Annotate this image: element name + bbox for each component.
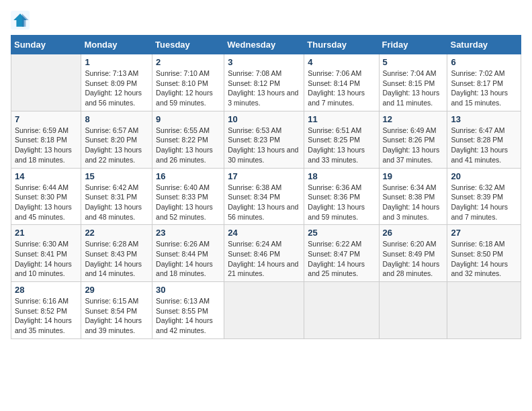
day-number: 27 <box>451 228 517 238</box>
day-info: Sunrise: 6:38 AMSunset: 8:34 PMDaylight:… <box>228 183 300 222</box>
day-cell <box>304 282 379 339</box>
day-number: 22 <box>85 228 148 238</box>
day-number: 14 <box>15 171 77 181</box>
day-cell: 29Sunrise: 6:15 AMSunset: 8:54 PMDayligh… <box>81 282 152 339</box>
day-info: Sunrise: 6:20 AMSunset: 8:49 PMDaylight:… <box>383 239 444 279</box>
weekday-monday: Monday <box>81 36 152 54</box>
day-number: 2 <box>156 57 220 67</box>
day-number: 10 <box>228 114 300 124</box>
day-cell: 6Sunrise: 7:02 AMSunset: 8:17 PMDaylight… <box>447 54 521 111</box>
day-number: 8 <box>85 114 148 124</box>
day-info: Sunrise: 6:51 AMSunset: 8:25 PMDaylight:… <box>308 126 375 165</box>
day-cell: 13Sunrise: 6:47 AMSunset: 8:28 PMDayligh… <box>447 111 521 168</box>
day-number: 13 <box>451 114 517 124</box>
day-info: Sunrise: 7:10 AMSunset: 8:10 PMDaylight:… <box>156 68 220 108</box>
day-info: Sunrise: 7:13 AMSunset: 8:09 PMDaylight:… <box>85 68 148 108</box>
day-cell: 10Sunrise: 6:53 AMSunset: 8:23 PMDayligh… <box>224 111 304 168</box>
weekday-friday: Friday <box>379 36 447 54</box>
calendar-body: 1Sunrise: 7:13 AMSunset: 8:09 PMDaylight… <box>11 54 521 339</box>
day-number: 26 <box>383 228 444 238</box>
day-info: Sunrise: 6:59 AMSunset: 8:18 PMDaylight:… <box>15 126 77 165</box>
day-info: Sunrise: 7:02 AMSunset: 8:17 PMDaylight:… <box>451 68 517 108</box>
logo <box>11 11 32 30</box>
day-info: Sunrise: 6:28 AMSunset: 8:43 PMDaylight:… <box>85 239 148 279</box>
day-info: Sunrise: 6:49 AMSunset: 8:26 PMDaylight:… <box>383 126 444 165</box>
day-cell: 25Sunrise: 6:22 AMSunset: 8:47 PMDayligh… <box>304 225 379 282</box>
day-info: Sunrise: 6:30 AMSunset: 8:41 PMDaylight:… <box>15 239 77 279</box>
day-info: Sunrise: 6:18 AMSunset: 8:50 PMDaylight:… <box>451 239 517 279</box>
day-info: Sunrise: 6:24 AMSunset: 8:46 PMDaylight:… <box>228 239 300 279</box>
day-info: Sunrise: 6:57 AMSunset: 8:20 PMDaylight:… <box>85 126 148 165</box>
weekday-tuesday: Tuesday <box>152 36 224 54</box>
day-cell: 22Sunrise: 6:28 AMSunset: 8:43 PMDayligh… <box>81 225 152 282</box>
day-info: Sunrise: 7:04 AMSunset: 8:15 PMDaylight:… <box>383 68 444 108</box>
day-info: Sunrise: 6:34 AMSunset: 8:38 PMDaylight:… <box>383 183 444 222</box>
day-info: Sunrise: 6:26 AMSunset: 8:44 PMDaylight:… <box>156 239 220 279</box>
day-number: 28 <box>15 285 77 295</box>
day-cell: 14Sunrise: 6:44 AMSunset: 8:30 PMDayligh… <box>11 168 81 225</box>
weekday-saturday: Saturday <box>447 36 521 54</box>
header <box>11 11 521 30</box>
day-number: 6 <box>451 57 517 67</box>
day-cell: 11Sunrise: 6:51 AMSunset: 8:25 PMDayligh… <box>304 111 379 168</box>
day-cell: 21Sunrise: 6:30 AMSunset: 8:41 PMDayligh… <box>11 225 81 282</box>
day-number: 20 <box>451 171 517 181</box>
day-cell: 7Sunrise: 6:59 AMSunset: 8:18 PMDaylight… <box>11 111 81 168</box>
weekday-thursday: Thursday <box>304 36 379 54</box>
day-number: 29 <box>85 285 148 295</box>
day-info: Sunrise: 6:32 AMSunset: 8:39 PMDaylight:… <box>451 183 517 222</box>
day-cell <box>224 282 304 339</box>
day-cell: 23Sunrise: 6:26 AMSunset: 8:44 PMDayligh… <box>152 225 224 282</box>
day-info: Sunrise: 6:55 AMSunset: 8:22 PMDaylight:… <box>156 126 220 165</box>
day-number: 4 <box>308 57 375 67</box>
day-number: 17 <box>228 171 300 181</box>
weekday-wednesday: Wednesday <box>224 36 304 54</box>
day-cell: 20Sunrise: 6:32 AMSunset: 8:39 PMDayligh… <box>447 168 521 225</box>
calendar-header: SundayMondayTuesdayWednesdayThursdayFrid… <box>11 36 521 54</box>
day-info: Sunrise: 6:16 AMSunset: 8:52 PMDaylight:… <box>15 296 77 336</box>
day-number: 16 <box>156 171 220 181</box>
day-cell: 28Sunrise: 6:16 AMSunset: 8:52 PMDayligh… <box>11 282 81 339</box>
day-cell: 12Sunrise: 6:49 AMSunset: 8:26 PMDayligh… <box>379 111 447 168</box>
weekday-sunday: Sunday <box>11 36 81 54</box>
day-number: 15 <box>85 171 148 181</box>
day-info: Sunrise: 6:40 AMSunset: 8:33 PMDaylight:… <box>156 183 220 222</box>
day-cell: 27Sunrise: 6:18 AMSunset: 8:50 PMDayligh… <box>447 225 521 282</box>
day-cell: 24Sunrise: 6:24 AMSunset: 8:46 PMDayligh… <box>224 225 304 282</box>
day-info: Sunrise: 6:22 AMSunset: 8:47 PMDaylight:… <box>308 239 375 279</box>
day-number: 23 <box>156 228 220 238</box>
day-number: 5 <box>383 57 444 67</box>
day-cell: 17Sunrise: 6:38 AMSunset: 8:34 PMDayligh… <box>224 168 304 225</box>
day-info: Sunrise: 6:44 AMSunset: 8:30 PMDaylight:… <box>15 183 77 222</box>
day-number: 24 <box>228 228 300 238</box>
day-cell: 19Sunrise: 6:34 AMSunset: 8:38 PMDayligh… <box>379 168 447 225</box>
day-info: Sunrise: 6:15 AMSunset: 8:54 PMDaylight:… <box>85 296 148 336</box>
day-cell: 15Sunrise: 6:42 AMSunset: 8:31 PMDayligh… <box>81 168 152 225</box>
day-cell <box>379 282 447 339</box>
day-number: 21 <box>15 228 77 238</box>
week-row-5: 28Sunrise: 6:16 AMSunset: 8:52 PMDayligh… <box>11 282 521 339</box>
day-cell <box>11 54 81 111</box>
day-cell: 18Sunrise: 6:36 AMSunset: 8:36 PMDayligh… <box>304 168 379 225</box>
week-row-3: 14Sunrise: 6:44 AMSunset: 8:30 PMDayligh… <box>11 168 521 225</box>
logo-icon <box>11 11 30 30</box>
day-cell: 4Sunrise: 7:06 AMSunset: 8:14 PMDaylight… <box>304 54 379 111</box>
day-number: 7 <box>15 114 77 124</box>
day-info: Sunrise: 6:36 AMSunset: 8:36 PMDaylight:… <box>308 183 375 222</box>
day-cell: 16Sunrise: 6:40 AMSunset: 8:33 PMDayligh… <box>152 168 224 225</box>
calendar-table: SundayMondayTuesdayWednesdayThursdayFrid… <box>11 35 521 339</box>
day-info: Sunrise: 6:53 AMSunset: 8:23 PMDaylight:… <box>228 126 300 165</box>
day-number: 25 <box>308 228 375 238</box>
day-cell: 26Sunrise: 6:20 AMSunset: 8:49 PMDayligh… <box>379 225 447 282</box>
day-cell: 5Sunrise: 7:04 AMSunset: 8:15 PMDaylight… <box>379 54 447 111</box>
day-number: 12 <box>383 114 444 124</box>
day-info: Sunrise: 6:47 AMSunset: 8:28 PMDaylight:… <box>451 126 517 165</box>
week-row-4: 21Sunrise: 6:30 AMSunset: 8:41 PMDayligh… <box>11 225 521 282</box>
day-number: 30 <box>156 285 220 295</box>
day-cell: 30Sunrise: 6:13 AMSunset: 8:55 PMDayligh… <box>152 282 224 339</box>
day-cell: 1Sunrise: 7:13 AMSunset: 8:09 PMDaylight… <box>81 54 152 111</box>
day-cell: 3Sunrise: 7:08 AMSunset: 8:12 PMDaylight… <box>224 54 304 111</box>
day-number: 1 <box>85 57 148 67</box>
day-cell: 9Sunrise: 6:55 AMSunset: 8:22 PMDaylight… <box>152 111 224 168</box>
week-row-1: 1Sunrise: 7:13 AMSunset: 8:09 PMDaylight… <box>11 54 521 111</box>
